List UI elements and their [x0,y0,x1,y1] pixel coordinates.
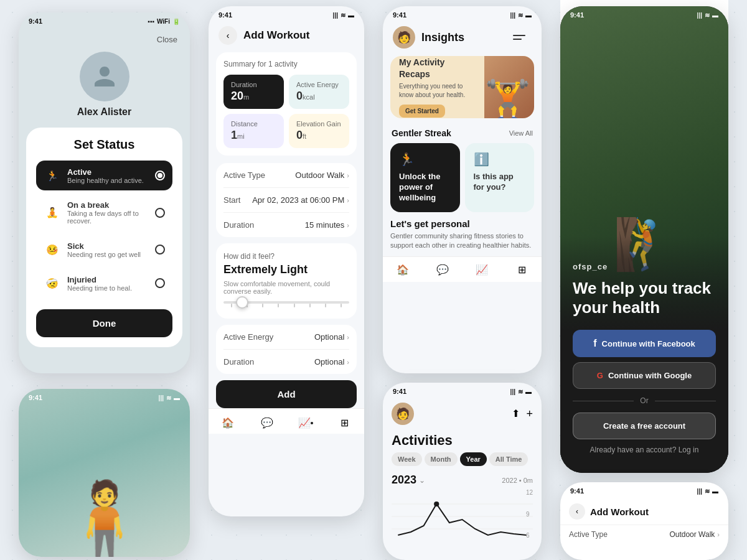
tab-month[interactable]: Month [425,452,458,466]
active-energy-opt-value: Optional › [314,332,349,342]
view-all-button[interactable]: View All [509,129,533,137]
personal-sub: Gentler community sharing fitness storie… [390,231,534,251]
back-button-2[interactable]: ‹ [218,26,237,45]
get-started-button[interactable]: Get Started [399,105,445,118]
tab-alltime[interactable]: All Time [489,452,529,466]
active-type-label: Active Type [223,170,265,180]
status-icons-4: |||≋▬ [697,12,718,19]
slider-track [223,301,349,304]
status-icons-2: |||≋▬ [333,12,354,19]
nav-grid-insights[interactable]: ⊞ [514,262,529,277]
start-row[interactable]: Start Apr 02, 2023 at 06:00 PM › [223,188,349,213]
recap-sub: Everything you need to know about your h… [399,82,476,100]
streak-text-app: Is this app for you? [474,172,526,193]
start-label: Start [223,195,240,205]
google-button[interactable]: G Continue with Google [573,362,716,389]
or-label: Or [640,396,648,405]
feel-desc: Slow comfortable movement, could convers… [223,280,349,295]
status-text-sick: Sick Needing rest go get well [67,241,155,258]
close-button[interactable]: Close [157,35,177,44]
break-icon: 🧘 [44,204,61,222]
duration-opt-label: Duration [223,357,254,366]
bottom-nav-insights: 🏠 💬 📈 ⊞ [383,256,542,282]
streak-icon-info: ℹ️ [474,152,526,167]
mini-active-type-label: Active Type [569,530,608,539]
nav-home[interactable]: 🏠 [220,415,235,430]
time-7: 9:41 [570,487,584,495]
nav-home-insights[interactable]: 🏠 [395,262,410,277]
menu-line-2 [513,39,522,40]
status-icons-3: |||≋▬ [510,12,532,19]
nav-activity[interactable]: 📈 [298,415,313,430]
activity-chart-area: 12 9 6 [383,489,542,551]
mini-workout-header: ‹ Add Workout [560,497,728,525]
summary-card: Summary for 1 activity Duration 20m Acti… [216,52,357,156]
prev-year: 2022 • 0m [502,477,533,484]
year-chevron-icon[interactable]: ⌄ [419,476,425,485]
streak-card-app[interactable]: ℹ️ Is this app for you? [465,143,535,212]
mini-workout-title: Add Workout [590,506,649,517]
duration-row[interactable]: Duration 15 minutes › [223,213,349,237]
divider: Or [573,396,716,405]
status-option-sick[interactable]: 🤒 Sick Needing rest go get well [36,235,172,264]
add-icon[interactable]: + [526,408,533,421]
activity-recap-card[interactable]: My Activity Recaps Everything you need t… [390,56,534,118]
year-row: 2023 ⌄ 2022 • 0m [383,471,542,489]
intensity-slider[interactable] [223,295,349,310]
user-name: Alex Alister [77,106,131,118]
workout-header: ‹ Add Workout [209,21,364,52]
activities-header: 🧑 ⬆ + [383,398,542,430]
year-label: 2023 [392,474,416,487]
done-button[interactable]: Done [36,309,172,337]
user-avatar-act: 🧑 [392,403,414,425]
chart-labels: 12 9 6 [526,489,533,539]
create-account-button[interactable]: Create a free account [573,413,716,439]
tab-year[interactable]: Year [460,452,487,466]
slider-thumb [236,296,248,309]
set-status-card: Set Status 🏃 Active Being healthy and ac… [26,128,182,347]
personal-section: Let's get personal Gentler community sha… [390,218,534,251]
card-title: Set Status [36,138,172,152]
mini-active-type-row[interactable]: Active Type Outdoor Walk › [560,525,728,544]
add-button[interactable]: Add [216,380,357,408]
insights-header: 🧑 Insights [383,21,542,56]
nav-grid[interactable]: ⊞ [337,415,352,430]
radio-break [155,208,165,218]
status-bar-1: 9:41 ▪▪▪ WiFi 🔋 [19,12,190,27]
recap-image: 🏋️ [484,56,534,118]
nav-activity-insights[interactable]: 📈 [474,262,489,277]
mini-back-button[interactable]: ‹ [569,503,585,520]
radio-active [155,170,165,180]
feel-question: How did it feel? [223,252,349,261]
streak-card-unlock[interactable]: 🏃 Unlock the power of wellbeing [390,143,460,212]
active-energy-opt-row[interactable]: Active Energy Optional › [223,325,349,350]
user-avatar-insights: 🧑 [393,26,415,49]
login-link[interactable]: Already have an account? Log in [573,446,716,454]
status-icons-6: |||≋▬ [159,394,180,401]
status-bar-2: 9:41 |||≋▬ [209,6,364,21]
active-energy-opt-label: Active Energy [223,332,273,342]
active-type-row[interactable]: Active Type Outdoor Walk › [223,163,349,188]
nav-chat[interactable]: 💬 [260,415,275,430]
status-option-break[interactable]: 🧘 On a break Taking a few days off to re… [36,194,172,231]
summary-title: Summary for 1 activity [223,60,349,68]
auth-screen: 9:41 |||≋▬ 🧗 ofsp_ce We help you track y… [560,6,728,473]
facebook-button[interactable]: f Continue with Facebook [573,330,716,357]
duration-label: Duration [223,220,254,230]
radio-injured [155,278,165,288]
streak-text-unlock: Unlock the power of wellbeing [399,172,451,203]
nav-chat-insights[interactable]: 💬 [435,262,450,277]
streak-title: Gentler Streak [392,128,451,138]
time-2: 9:41 [218,11,232,19]
status-option-injured[interactable]: 🤕 Injuried Needing time to heal. [36,268,172,298]
summary-grid: Duration 20m Active Energy 0kcal Distanc… [223,75,349,148]
activity-chart-svg [392,492,533,541]
menu-button-insights[interactable] [513,28,532,47]
status-bar-7: 9:41 |||≋▬ [560,482,728,497]
status-icons-7: |||≋▬ [697,488,718,495]
status-option-active[interactable]: 🏃 Active Being healthy and active. [36,161,172,190]
share-icon[interactable]: ⬆ [512,408,520,421]
duration-opt-row[interactable]: Duration Optional › [223,350,349,374]
tab-week[interactable]: Week [392,452,422,466]
add-workout-screen: 9:41 |||≋▬ ‹ Add Workout Summary for 1 a… [209,6,364,516]
